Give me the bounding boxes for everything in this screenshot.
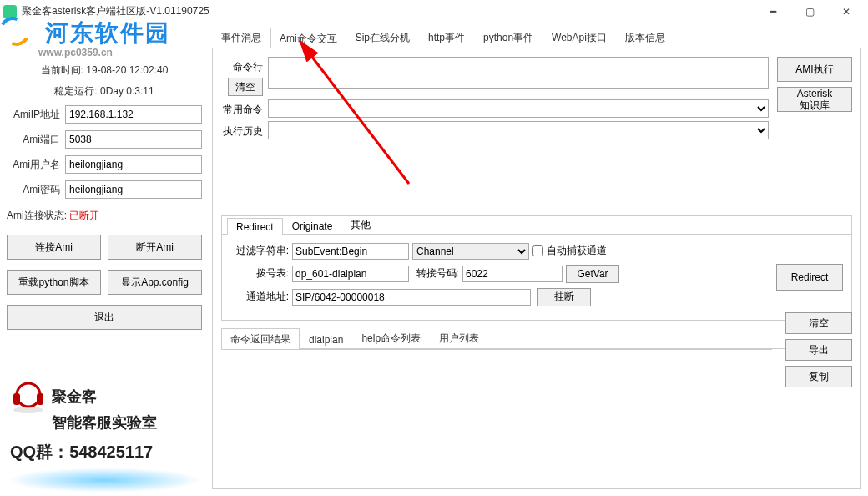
result-textarea[interactable] (221, 349, 772, 350)
minimize-button[interactable]: ━ (754, 0, 791, 23)
inner-tab-redirect[interactable]: Redirect (227, 218, 283, 235)
asterisk-kb-button[interactable]: Asterisk 知识库 (777, 87, 852, 112)
show-config-button[interactable]: 显示App.config (108, 270, 202, 295)
tab-ami-cmd[interactable]: Ami命令交互 (270, 28, 346, 48)
disconnect-ami-button[interactable]: 断开Ami (108, 235, 202, 260)
tab-webapi[interactable]: WebApi接口 (542, 27, 616, 48)
headset-icon (10, 378, 47, 415)
channeladdr-label: 通道地址: (230, 290, 289, 304)
svg-rect-1 (13, 393, 20, 405)
window-title: 聚金客asterisk客户端社区版-V1.01190725 (22, 4, 754, 18)
result-tab-users[interactable]: 用户列表 (430, 327, 488, 348)
tab-http-event[interactable]: http事件 (419, 27, 474, 48)
history-select[interactable] (268, 121, 769, 139)
result-export-button[interactable]: 导出 (785, 339, 852, 361)
amiuser-input[interactable] (65, 155, 202, 174)
glow-decoration (7, 468, 202, 493)
common-cmd-select[interactable] (268, 99, 769, 118)
amiuser-label: Ami用户名 (7, 158, 65, 172)
amiport-input[interactable] (65, 130, 202, 149)
auto-capture-checkbox[interactable] (532, 245, 543, 256)
getvar-button[interactable]: GetVar (566, 265, 619, 283)
amiip-input[interactable] (65, 105, 202, 124)
top-tabs: 事件消息 Ami命令交互 Sip在线分机 http事件 python事件 Web… (212, 28, 861, 48)
app-icon (3, 5, 17, 18)
transfer-label: 转接号码: (412, 266, 459, 281)
dialtable-label: 拨号表: (230, 266, 289, 281)
uptime: 稳定运行: 0Day 0:3:11 (7, 84, 202, 99)
channeladdr-input[interactable] (292, 289, 531, 306)
amipass-input[interactable] (65, 180, 202, 199)
connection-status: Ami连接状态: 已断开 (7, 209, 202, 223)
maximize-button[interactable]: ▢ (791, 0, 828, 23)
command-input[interactable] (268, 57, 769, 89)
dialtable-input[interactable] (292, 266, 409, 282)
svg-point-0 (17, 383, 40, 407)
close-button[interactable]: ✕ (828, 0, 865, 23)
tab-version[interactable]: 版本信息 (616, 27, 674, 48)
history-label: 执行历史 (221, 121, 268, 139)
current-time: 当前时间: 19-08-20 12:02:40 (7, 63, 202, 78)
filter-input[interactable] (292, 243, 409, 260)
clear-cmd-button[interactable]: 清空 (228, 78, 263, 96)
reload-python-button[interactable]: 重载python脚本 (7, 270, 101, 295)
tab-events[interactable]: 事件消息 (212, 27, 270, 48)
filter-label: 过滤字符串: (230, 244, 289, 258)
auto-capture-label: 自动捕获通道 (547, 244, 607, 258)
inner-tab-other[interactable]: 其他 (341, 215, 380, 234)
result-tab-help[interactable]: help命令列表 (352, 327, 430, 348)
svg-point-3 (13, 407, 43, 413)
svg-rect-2 (37, 393, 43, 405)
inner-tab-originate[interactable]: Originate (283, 217, 342, 234)
result-copy-button[interactable]: 复制 (785, 366, 852, 387)
brand-block: 聚金客 智能客服实验室 QQ群：548425117 (7, 373, 202, 464)
amiport-label: Ami端口 (7, 133, 65, 147)
common-cmd-label: 常用命令 (221, 99, 268, 117)
cmd-label: 命令行 (221, 60, 263, 74)
ami-exec-button[interactable]: AMI执行 (777, 57, 852, 82)
amipass-label: Ami密码 (7, 183, 65, 197)
tab-python-event[interactable]: python事件 (474, 27, 542, 48)
amiip-label: AmiIP地址 (7, 108, 65, 122)
channel-select[interactable]: Channel (412, 243, 529, 260)
hangup-button[interactable]: 挂断 (537, 288, 591, 306)
result-clear-button[interactable]: 清空 (785, 312, 852, 334)
result-tab-output[interactable]: 命令返回结果 (221, 328, 300, 349)
transfer-input[interactable] (462, 266, 563, 282)
connect-ami-button[interactable]: 连接Ami (7, 235, 101, 260)
result-tab-dialplan[interactable]: dialplan (300, 330, 352, 348)
redirect-button[interactable]: Redirect (776, 264, 843, 291)
tab-sip-ext[interactable]: Sip在线分机 (346, 27, 419, 48)
exit-button[interactable]: 退出 (7, 305, 202, 330)
